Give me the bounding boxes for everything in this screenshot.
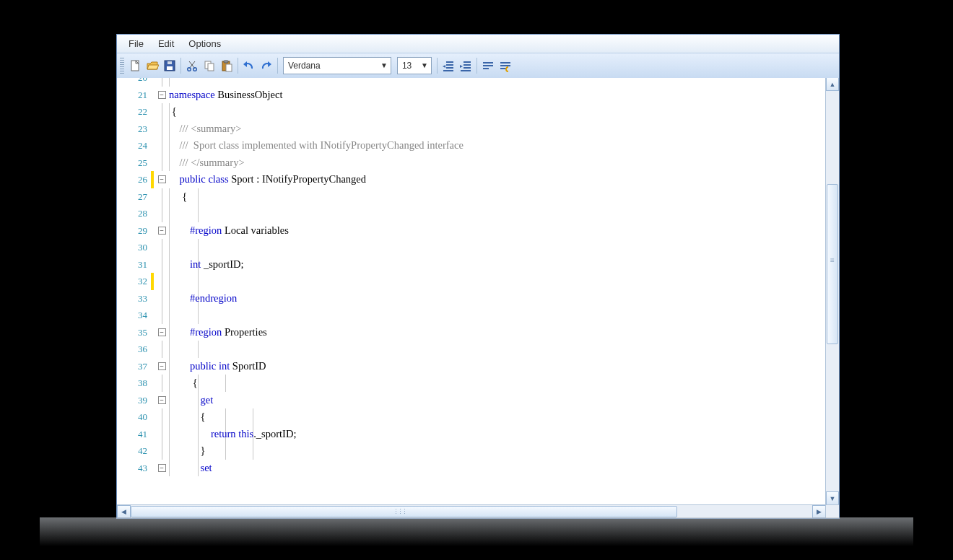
fold-gutter[interactable]: − [157,324,166,341]
code-text[interactable]: /// Sport class implemented with INotify… [169,137,825,154]
font-size-select[interactable]: 13 ▼ [397,57,432,74]
code-surface[interactable]: 2021−namespace BusinessObject22 {23 /// … [117,78,825,505]
code-text[interactable] [169,239,825,256]
code-line[interactable]: 39− get [117,392,825,409]
code-line[interactable]: 40 { [117,408,825,426]
comment-button[interactable] [479,57,497,74]
fold-gutter[interactable] [157,78,166,87]
code-text[interactable]: get [169,392,825,409]
scroll-down-button[interactable]: ▼ [826,491,839,505]
fold-collapse-icon[interactable]: − [158,91,166,99]
code-line[interactable]: 24 /// Sport class implemented with INot… [117,137,825,154]
fold-gutter[interactable] [157,188,166,206]
code-line[interactable]: 38 { [117,375,825,392]
code-text[interactable]: /// </summary> [169,154,825,172]
fold-gutter[interactable] [157,426,166,443]
fold-gutter[interactable] [157,290,166,307]
vertical-scrollbar[interactable]: ▲ ▼ [825,78,839,505]
paste-button[interactable] [218,57,235,74]
code-text[interactable] [169,78,825,87]
code-line[interactable]: 27 { [117,188,825,206]
fold-gutter[interactable] [157,121,166,138]
scroll-right-button[interactable]: ▶ [812,505,826,518]
code-text[interactable]: #endregion [169,290,825,307]
scroll-up-button[interactable]: ▲ [826,78,839,91]
code-text[interactable] [169,307,825,324]
menu-file[interactable]: File [121,35,151,52]
code-text[interactable]: { [169,408,825,426]
copy-button[interactable] [201,57,218,74]
code-line[interactable]: 36 [117,341,825,358]
code-line[interactable]: 20 [117,78,825,87]
menu-edit[interactable]: Edit [151,35,181,52]
code-text[interactable]: { [169,103,825,121]
scroll-left-button[interactable]: ◀ [117,505,131,518]
code-line[interactable]: 34 [117,307,825,324]
code-text[interactable]: #region Properties [169,324,825,341]
fold-gutter[interactable] [157,205,166,222]
fold-collapse-icon[interactable]: − [158,396,166,404]
horizontal-scroll-track[interactable] [131,505,812,518]
fold-gutter[interactable] [157,154,166,172]
font-family-select[interactable]: Verdana ▼ [283,57,391,74]
menu-options[interactable]: Options [181,35,228,52]
code-line[interactable]: 35− #region Properties [117,324,825,341]
fold-collapse-icon[interactable]: − [158,362,166,370]
code-text[interactable]: { [169,188,825,206]
code-line[interactable]: 31 int _sportID; [117,256,825,274]
code-line[interactable]: 26− public class Sport : INotifyProperty… [117,171,825,188]
code-text[interactable]: #region Local variables [169,222,825,240]
fold-collapse-icon[interactable]: − [158,328,166,336]
code-line[interactable]: 42 } [117,442,825,460]
fold-gutter[interactable] [157,137,166,154]
indent-button[interactable] [457,57,474,74]
save-button[interactable] [161,57,178,74]
horizontal-scrollbar[interactable]: ◀ ▶ [117,504,826,518]
uncomment-button[interactable] [497,57,514,74]
code-line[interactable]: 22 { [117,103,825,121]
code-text[interactable]: { [169,375,825,392]
fold-gutter[interactable]: − [157,392,166,409]
fold-gutter[interactable] [157,408,166,426]
fold-gutter[interactable] [157,239,166,256]
fold-gutter[interactable] [157,103,166,121]
code-line[interactable]: 29− #region Local variables [117,222,825,240]
code-line[interactable]: 21−namespace BusinessObject [117,87,825,104]
fold-gutter[interactable] [157,273,166,290]
code-line[interactable]: 32 [117,273,825,290]
toolbar-grip[interactable] [120,58,124,74]
code-text[interactable]: return this._sportID; [169,426,825,443]
undo-button[interactable] [240,57,258,74]
fold-gutter[interactable]: − [157,460,166,477]
fold-collapse-icon[interactable]: − [158,227,166,235]
code-line[interactable]: 28 [117,205,825,222]
fold-gutter[interactable]: − [157,87,166,104]
outdent-button[interactable] [440,57,457,74]
code-line[interactable]: 23 /// <summary> [117,121,825,138]
fold-gutter[interactable]: − [157,358,166,375]
fold-gutter[interactable] [157,442,166,460]
vertical-scroll-track[interactable] [826,90,839,493]
fold-gutter[interactable]: − [157,171,166,188]
redo-button[interactable] [258,57,275,74]
open-button[interactable] [144,57,161,74]
code-line[interactable]: 37− public int SportID [117,358,825,375]
code-text[interactable]: namespace BusinessObject [169,87,825,104]
code-text[interactable]: public class Sport : INotifyPropertyChan… [169,171,825,188]
code-line[interactable]: 30 [117,239,825,256]
code-text[interactable] [169,341,825,358]
fold-gutter[interactable] [157,307,166,324]
fold-gutter[interactable] [157,256,166,274]
code-text[interactable] [169,273,825,290]
fold-collapse-icon[interactable]: − [158,464,166,472]
code-text[interactable]: int _sportID; [169,256,825,274]
code-line[interactable]: 33 #endregion [117,290,825,307]
cut-button[interactable] [183,57,201,74]
code-text[interactable]: } [169,442,825,460]
code-text[interactable] [169,205,825,222]
code-line[interactable]: 41 return this._sportID; [117,426,825,443]
code-text[interactable]: public int SportID [169,358,825,375]
fold-gutter[interactable] [157,341,166,358]
new-file-button[interactable] [126,57,144,74]
horizontal-scroll-thumb[interactable] [131,506,677,517]
